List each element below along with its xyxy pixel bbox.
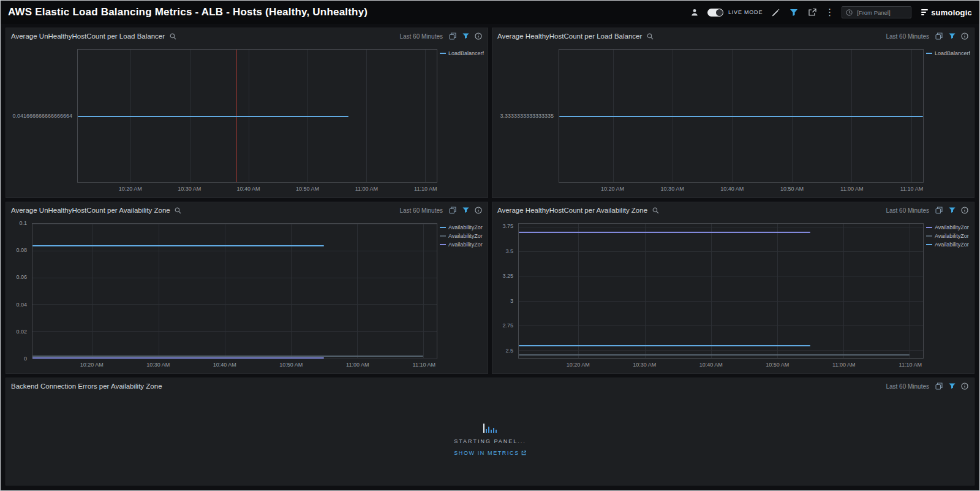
x-axis: 10:20 AM10:30 AM10:40 AM10:50 AM11:00 AM… [559,186,924,194]
plot-area [32,223,437,359]
edit-pencil-icon[interactable] [770,7,781,18]
copy-panel-icon[interactable] [448,32,457,40]
info-icon[interactable] [960,206,969,215]
legend-swatch [926,244,932,245]
x-tick-label: 10:20 AM [601,186,624,192]
magnifier-icon[interactable] [174,206,183,215]
gridline-vertical [159,224,159,358]
copy-panel-icon[interactable] [448,206,457,215]
show-in-metrics-label: SHOW IN METRICS [454,450,519,456]
gridline-horizontal [32,304,437,305]
panel-header: Average HealthyHostCount per Load Balanc… [492,28,974,44]
panel-avg-healthy-per-availability-zone: Average HealthyHostCount per Availabilit… [492,202,974,374]
legend: LoadBalancerf [926,50,971,56]
chart-avg-unhealthy-per-load-balancer[interactable]: 10:20 AM10:30 AM10:40 AM10:50 AM11:00 AM… [9,44,485,196]
legend-item[interactable]: AvailabilityZor [926,233,971,239]
info-icon[interactable] [960,32,969,40]
gridline-vertical [777,224,778,358]
info-icon[interactable] [474,206,483,215]
y-tick-label: 0.1 [4,220,27,226]
show-in-metrics-link[interactable]: SHOW IN METRICS [454,450,526,456]
panel-avg-healthy-per-load-balancer: Average HealthyHostCount per Load Balanc… [492,28,974,198]
magnifier-icon[interactable] [651,206,660,215]
x-axis: 10:20 AM10:30 AM10:40 AM10:50 AM11:00 AM… [32,362,437,370]
x-tick-label: 10:20 AM [80,362,104,368]
legend-item[interactable]: AvailabilityZor [926,242,971,248]
legend-item[interactable]: LoadBalancerf [440,50,485,56]
y-tick-label: 3 [490,298,513,304]
panel-title: Average UnHealthyHostCount per Availabil… [11,207,170,214]
legend-item[interactable]: LoadBalancerf [926,50,971,56]
from-panel-field [842,6,911,18]
top-bar: AWS Elastic Load Balancing Metrics - ALB… [1,1,979,24]
x-tick-label: 10:30 AM [633,362,656,368]
legend-item[interactable]: AvailabilityZor [440,242,485,248]
user-icon[interactable] [689,7,700,18]
panel-filter-icon[interactable] [948,206,956,215]
x-tick-label: 10:30 AM [178,186,201,192]
info-icon[interactable] [474,32,483,40]
gridline-vertical [645,224,646,358]
copy-panel-icon[interactable] [935,32,943,40]
live-mode-toggle[interactable] [707,9,723,17]
panel-loading-state: STARTING PANEL... SHOW IN METRICS [6,394,974,485]
x-tick-label: 10:30 AM [661,186,684,192]
y-axis: 3.3333333333333335 [495,49,559,183]
panel-header: Average UnHealthyHostCount per Load Bala… [6,28,488,44]
panel-header: Average HealthyHostCount per Availabilit… [492,202,974,218]
chart-avg-unhealthy-per-availability-zone[interactable]: 10:20 AM10:30 AM10:40 AM10:50 AM11:00 AM… [9,218,485,372]
magnifier-icon[interactable] [646,32,654,40]
y-tick-label: 0 [4,356,27,362]
legend-item[interactable]: AvailabilityZor [440,224,485,230]
gridline-horizontal [519,276,923,276]
y-tick-label: 3.75 [490,223,513,229]
time-range-label: Last 60 Minutes [399,207,443,214]
x-tick-label: 11:00 AM [355,186,378,192]
copy-panel-icon[interactable] [935,206,943,215]
legend-label: AvailabilityZor [935,233,969,239]
chart-avg-healthy-per-load-balancer[interactable]: 10:20 AM10:30 AM10:40 AM10:50 AM11:00 AM… [495,44,971,196]
panel-filter-icon[interactable] [461,206,470,215]
x-tick-label: 10:50 AM [780,186,804,192]
legend-label: LoadBalancerf [448,50,484,56]
x-tick-label: 11:00 AM [832,362,855,368]
panel-filter-icon[interactable] [461,32,470,40]
share-icon[interactable] [807,7,818,18]
chart-avg-healthy-per-availability-zone[interactable]: 10:20 AM10:30 AM10:40 AM10:50 AM11:00 AM… [495,218,971,372]
panel-avg-unhealthy-per-load-balancer: Average UnHealthyHostCount per Load Bala… [6,28,488,198]
dashboard-root: AWS Elastic Load Balancing Metrics - ALB… [0,0,980,491]
plot-area [559,49,924,183]
panel-filter-icon[interactable] [948,32,956,40]
legend-label: AvailabilityZor [448,242,483,248]
copy-panel-icon[interactable] [935,382,943,390]
time-range-label: Last 60 Minutes [886,33,929,40]
gridline-vertical [357,224,358,358]
panel-filter-icon[interactable] [948,382,956,390]
panel-title: Average HealthyHostCount per Availabilit… [497,207,647,214]
series-line [519,345,810,346]
filter-icon[interactable] [788,7,799,18]
gridline-vertical [843,224,844,358]
legend-label: AvailabilityZor [935,224,969,230]
legend-item[interactable]: AvailabilityZor [440,233,485,239]
legend-item[interactable]: AvailabilityZor [926,224,971,230]
x-tick-label: 10:40 AM [699,362,723,368]
panel-backend-connection-errors: Backend Connection Errors per Availabili… [6,378,974,485]
x-tick-label: 10:40 AM [213,362,236,368]
loading-chart-icon [483,423,497,433]
gridline-vertical [225,224,225,358]
time-range-label: Last 60 Minutes [399,33,443,40]
x-tick-label: 11:00 AM [346,362,369,368]
gridline-vertical [910,224,910,358]
x-tick-label: 10:40 AM [237,186,260,192]
from-panel-input[interactable] [856,9,907,17]
panel-header: Average UnHealthyHostCount per Availabil… [6,202,488,218]
y-axis: 3.753.53.2532.752.5 [495,223,518,359]
x-tick-label: 11:10 AM [413,362,435,368]
kebab-menu-icon[interactable]: ⋮ [825,8,834,17]
series-line [519,232,810,233]
magnifier-icon[interactable] [168,32,177,40]
y-tick-label: 0.06 [4,274,27,280]
info-icon[interactable] [960,382,969,390]
y-tick-label: 3.25 [490,273,513,279]
